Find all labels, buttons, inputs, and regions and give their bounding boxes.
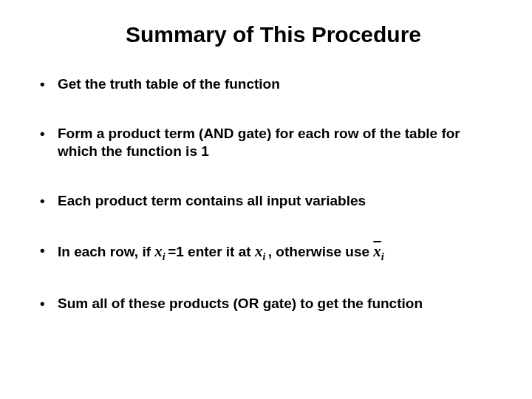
bullet-4-text-mid2: , otherwise use <box>268 244 374 259</box>
bullet-4-text-pre: In each row, if <box>58 244 154 259</box>
sub-i-2: i <box>262 251 267 262</box>
bullet-2: Form a product term (AND gate) for each … <box>37 125 495 161</box>
var-x-3-complement: x <box>373 242 381 260</box>
var-x-2: x <box>255 242 263 260</box>
bullet-4: In each row, if xi =1 enter it at xi , o… <box>37 242 495 264</box>
bullet-list: Get the truth table of the function Form… <box>37 75 495 313</box>
slide-title: Summary of This Procedure <box>52 22 495 47</box>
bullet-5: Sum all of these products (OR gate) to g… <box>37 295 495 313</box>
var-x-1: x <box>154 242 163 260</box>
bullet-4-text-mid1: =1 enter it at <box>168 244 255 259</box>
bullet-3: Each product term contains all input var… <box>37 192 495 211</box>
bullet-1: Get the truth table of the function <box>37 75 495 94</box>
sub-i-3: i <box>381 251 384 262</box>
